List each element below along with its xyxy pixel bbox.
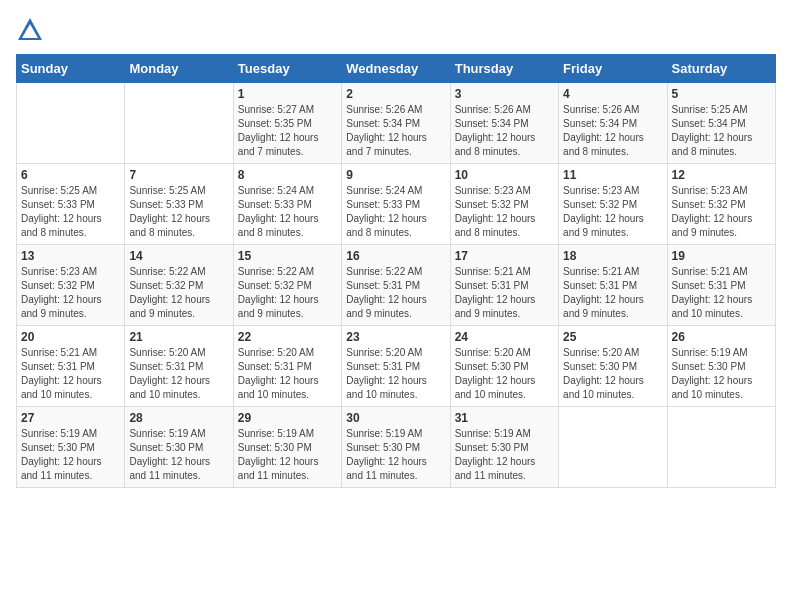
day-number: 27 bbox=[21, 411, 120, 425]
day-number: 14 bbox=[129, 249, 228, 263]
day-number: 18 bbox=[563, 249, 662, 263]
day-number: 26 bbox=[672, 330, 771, 344]
calendar-cell bbox=[667, 407, 775, 488]
header-row: SundayMondayTuesdayWednesdayThursdayFrid… bbox=[17, 55, 776, 83]
day-number: 7 bbox=[129, 168, 228, 182]
day-info: Sunrise: 5:19 AM Sunset: 5:30 PM Dayligh… bbox=[21, 427, 120, 483]
calendar-cell bbox=[17, 83, 125, 164]
day-info: Sunrise: 5:24 AM Sunset: 5:33 PM Dayligh… bbox=[346, 184, 445, 240]
header-cell-saturday: Saturday bbox=[667, 55, 775, 83]
day-info: Sunrise: 5:21 AM Sunset: 5:31 PM Dayligh… bbox=[563, 265, 662, 321]
calendar-cell: 25Sunrise: 5:20 AM Sunset: 5:30 PM Dayli… bbox=[559, 326, 667, 407]
calendar-cell: 4Sunrise: 5:26 AM Sunset: 5:34 PM Daylig… bbox=[559, 83, 667, 164]
day-number: 15 bbox=[238, 249, 337, 263]
header-cell-wednesday: Wednesday bbox=[342, 55, 450, 83]
calendar-cell: 6Sunrise: 5:25 AM Sunset: 5:33 PM Daylig… bbox=[17, 164, 125, 245]
calendar-cell: 3Sunrise: 5:26 AM Sunset: 5:34 PM Daylig… bbox=[450, 83, 558, 164]
calendar-cell: 30Sunrise: 5:19 AM Sunset: 5:30 PM Dayli… bbox=[342, 407, 450, 488]
calendar-table: SundayMondayTuesdayWednesdayThursdayFrid… bbox=[16, 54, 776, 488]
day-info: Sunrise: 5:23 AM Sunset: 5:32 PM Dayligh… bbox=[455, 184, 554, 240]
calendar-cell: 28Sunrise: 5:19 AM Sunset: 5:30 PM Dayli… bbox=[125, 407, 233, 488]
day-number: 31 bbox=[455, 411, 554, 425]
calendar-week-1: 1Sunrise: 5:27 AM Sunset: 5:35 PM Daylig… bbox=[17, 83, 776, 164]
day-number: 28 bbox=[129, 411, 228, 425]
calendar-cell: 13Sunrise: 5:23 AM Sunset: 5:32 PM Dayli… bbox=[17, 245, 125, 326]
calendar-week-3: 13Sunrise: 5:23 AM Sunset: 5:32 PM Dayli… bbox=[17, 245, 776, 326]
day-info: Sunrise: 5:26 AM Sunset: 5:34 PM Dayligh… bbox=[455, 103, 554, 159]
day-number: 21 bbox=[129, 330, 228, 344]
day-number: 6 bbox=[21, 168, 120, 182]
day-info: Sunrise: 5:23 AM Sunset: 5:32 PM Dayligh… bbox=[672, 184, 771, 240]
calendar-cell: 5Sunrise: 5:25 AM Sunset: 5:34 PM Daylig… bbox=[667, 83, 775, 164]
day-info: Sunrise: 5:20 AM Sunset: 5:30 PM Dayligh… bbox=[563, 346, 662, 402]
calendar-cell: 16Sunrise: 5:22 AM Sunset: 5:31 PM Dayli… bbox=[342, 245, 450, 326]
day-number: 12 bbox=[672, 168, 771, 182]
day-number: 13 bbox=[21, 249, 120, 263]
calendar-cell: 14Sunrise: 5:22 AM Sunset: 5:32 PM Dayli… bbox=[125, 245, 233, 326]
day-info: Sunrise: 5:22 AM Sunset: 5:31 PM Dayligh… bbox=[346, 265, 445, 321]
day-number: 29 bbox=[238, 411, 337, 425]
header-cell-friday: Friday bbox=[559, 55, 667, 83]
day-number: 16 bbox=[346, 249, 445, 263]
day-number: 11 bbox=[563, 168, 662, 182]
logo bbox=[16, 16, 48, 44]
calendar-cell: 8Sunrise: 5:24 AM Sunset: 5:33 PM Daylig… bbox=[233, 164, 341, 245]
day-info: Sunrise: 5:19 AM Sunset: 5:30 PM Dayligh… bbox=[455, 427, 554, 483]
calendar-cell: 12Sunrise: 5:23 AM Sunset: 5:32 PM Dayli… bbox=[667, 164, 775, 245]
day-info: Sunrise: 5:22 AM Sunset: 5:32 PM Dayligh… bbox=[129, 265, 228, 321]
day-info: Sunrise: 5:20 AM Sunset: 5:31 PM Dayligh… bbox=[238, 346, 337, 402]
calendar-cell: 29Sunrise: 5:19 AM Sunset: 5:30 PM Dayli… bbox=[233, 407, 341, 488]
day-info: Sunrise: 5:20 AM Sunset: 5:31 PM Dayligh… bbox=[129, 346, 228, 402]
day-number: 24 bbox=[455, 330, 554, 344]
calendar-cell: 26Sunrise: 5:19 AM Sunset: 5:30 PM Dayli… bbox=[667, 326, 775, 407]
day-info: Sunrise: 5:27 AM Sunset: 5:35 PM Dayligh… bbox=[238, 103, 337, 159]
day-info: Sunrise: 5:26 AM Sunset: 5:34 PM Dayligh… bbox=[346, 103, 445, 159]
day-number: 4 bbox=[563, 87, 662, 101]
calendar-cell bbox=[125, 83, 233, 164]
day-info: Sunrise: 5:19 AM Sunset: 5:30 PM Dayligh… bbox=[672, 346, 771, 402]
header-cell-thursday: Thursday bbox=[450, 55, 558, 83]
calendar-cell: 24Sunrise: 5:20 AM Sunset: 5:30 PM Dayli… bbox=[450, 326, 558, 407]
day-number: 3 bbox=[455, 87, 554, 101]
day-number: 2 bbox=[346, 87, 445, 101]
calendar-cell: 21Sunrise: 5:20 AM Sunset: 5:31 PM Dayli… bbox=[125, 326, 233, 407]
day-info: Sunrise: 5:26 AM Sunset: 5:34 PM Dayligh… bbox=[563, 103, 662, 159]
day-info: Sunrise: 5:23 AM Sunset: 5:32 PM Dayligh… bbox=[563, 184, 662, 240]
calendar-week-5: 27Sunrise: 5:19 AM Sunset: 5:30 PM Dayli… bbox=[17, 407, 776, 488]
calendar-cell: 20Sunrise: 5:21 AM Sunset: 5:31 PM Dayli… bbox=[17, 326, 125, 407]
calendar-cell bbox=[559, 407, 667, 488]
day-info: Sunrise: 5:20 AM Sunset: 5:30 PM Dayligh… bbox=[455, 346, 554, 402]
day-number: 5 bbox=[672, 87, 771, 101]
day-number: 10 bbox=[455, 168, 554, 182]
day-info: Sunrise: 5:19 AM Sunset: 5:30 PM Dayligh… bbox=[129, 427, 228, 483]
calendar-cell: 15Sunrise: 5:22 AM Sunset: 5:32 PM Dayli… bbox=[233, 245, 341, 326]
calendar-cell: 11Sunrise: 5:23 AM Sunset: 5:32 PM Dayli… bbox=[559, 164, 667, 245]
header-cell-monday: Monday bbox=[125, 55, 233, 83]
day-info: Sunrise: 5:23 AM Sunset: 5:32 PM Dayligh… bbox=[21, 265, 120, 321]
day-number: 25 bbox=[563, 330, 662, 344]
calendar-cell: 1Sunrise: 5:27 AM Sunset: 5:35 PM Daylig… bbox=[233, 83, 341, 164]
day-info: Sunrise: 5:21 AM Sunset: 5:31 PM Dayligh… bbox=[672, 265, 771, 321]
calendar-cell: 18Sunrise: 5:21 AM Sunset: 5:31 PM Dayli… bbox=[559, 245, 667, 326]
logo-icon bbox=[16, 16, 44, 44]
header-cell-sunday: Sunday bbox=[17, 55, 125, 83]
calendar-cell: 22Sunrise: 5:20 AM Sunset: 5:31 PM Dayli… bbox=[233, 326, 341, 407]
day-info: Sunrise: 5:25 AM Sunset: 5:34 PM Dayligh… bbox=[672, 103, 771, 159]
calendar-cell: 10Sunrise: 5:23 AM Sunset: 5:32 PM Dayli… bbox=[450, 164, 558, 245]
day-number: 8 bbox=[238, 168, 337, 182]
day-number: 22 bbox=[238, 330, 337, 344]
page-header bbox=[16, 16, 776, 44]
day-number: 1 bbox=[238, 87, 337, 101]
calendar-cell: 9Sunrise: 5:24 AM Sunset: 5:33 PM Daylig… bbox=[342, 164, 450, 245]
calendar-cell: 19Sunrise: 5:21 AM Sunset: 5:31 PM Dayli… bbox=[667, 245, 775, 326]
calendar-cell: 31Sunrise: 5:19 AM Sunset: 5:30 PM Dayli… bbox=[450, 407, 558, 488]
calendar-cell: 27Sunrise: 5:19 AM Sunset: 5:30 PM Dayli… bbox=[17, 407, 125, 488]
day-info: Sunrise: 5:25 AM Sunset: 5:33 PM Dayligh… bbox=[21, 184, 120, 240]
day-number: 30 bbox=[346, 411, 445, 425]
day-info: Sunrise: 5:21 AM Sunset: 5:31 PM Dayligh… bbox=[455, 265, 554, 321]
day-info: Sunrise: 5:19 AM Sunset: 5:30 PM Dayligh… bbox=[238, 427, 337, 483]
day-info: Sunrise: 5:21 AM Sunset: 5:31 PM Dayligh… bbox=[21, 346, 120, 402]
day-number: 17 bbox=[455, 249, 554, 263]
calendar-cell: 23Sunrise: 5:20 AM Sunset: 5:31 PM Dayli… bbox=[342, 326, 450, 407]
day-info: Sunrise: 5:20 AM Sunset: 5:31 PM Dayligh… bbox=[346, 346, 445, 402]
